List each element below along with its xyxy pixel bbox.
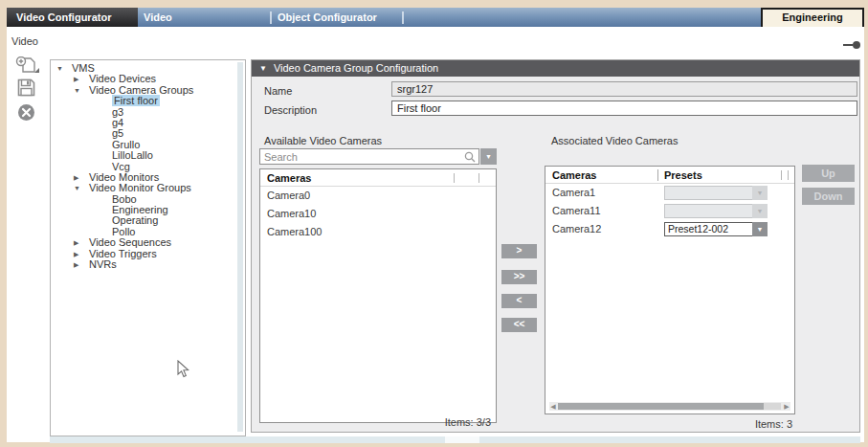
horizontal-scrollbar[interactable]: ◀ ▶ <box>549 402 790 411</box>
chevron-down-icon[interactable]: ▼ <box>56 63 72 74</box>
breadcrumb: Video <box>11 35 38 47</box>
list-item[interactable]: Camera10 <box>260 205 496 223</box>
available-list-header[interactable]: Cameras <box>260 169 496 187</box>
chevron-down-icon: ▼ <box>752 204 768 218</box>
new-item-icon[interactable] <box>15 56 40 76</box>
preset-dropdown-disabled: ▼ <box>664 204 768 218</box>
top-tab-bar: Video Configurator Video Object Configur… <box>7 8 864 28</box>
available-cameras-label: Available Video Cameras <box>264 135 382 146</box>
mouse-cursor <box>177 360 189 378</box>
tree-item-video-triggers[interactable]: ▶Video Triggers <box>51 249 245 259</box>
associated-cameras-list: Cameras Presets Camera1 ▼ Camera11 ▼ Cam… <box>545 166 795 414</box>
tree-item-first-floor[interactable]: First floor <box>51 96 245 106</box>
search-input[interactable] <box>260 149 459 164</box>
panel-header[interactable]: ▼Video Camera Group Configuration <box>252 60 859 77</box>
tab-separator <box>270 11 272 24</box>
column-tick <box>788 170 789 180</box>
panel-title: Video Camera Group Configuration <box>274 62 438 74</box>
chevron-right-icon[interactable]: ▶ <box>74 237 89 248</box>
name-field[interactable] <box>391 81 857 97</box>
chevron-right-icon[interactable]: ▶ <box>74 259 89 270</box>
chevron-down-icon: ▼ <box>752 186 768 200</box>
remove-all-button[interactable]: << <box>501 318 537 332</box>
associated-cameras-label: Associated Video Cameras <box>551 135 678 146</box>
config-panel: ▼Video Camera Group Configuration Name D… <box>251 59 860 433</box>
search-icon <box>464 151 476 163</box>
scroll-left-arrow-icon[interactable]: ◀ <box>549 402 557 411</box>
table-row[interactable]: Camera1 ▼ <box>545 184 794 202</box>
description-field[interactable] <box>391 101 857 116</box>
tree-scrollbar[interactable] <box>237 62 243 432</box>
associated-list-header[interactable]: Cameras Presets <box>545 167 794 184</box>
associated-items-count: Items: 3 <box>545 418 795 430</box>
tab-video[interactable]: Video <box>144 8 172 28</box>
chevron-down-icon[interactable]: ▼ <box>74 183 89 193</box>
column-tick <box>454 173 455 183</box>
list-item[interactable]: Camera100 <box>260 223 496 241</box>
search-box <box>259 148 479 165</box>
column-separator <box>657 169 658 181</box>
chevron-right-icon[interactable]: ▶ <box>74 249 89 259</box>
tab-object-configurator[interactable]: Object Configurator <box>278 8 377 28</box>
tree-item-operating[interactable]: Operating <box>51 215 245 226</box>
navigation-tree: ▼VMS ▶Video Devices ▼Video Camera Groups… <box>50 59 246 436</box>
add-button[interactable]: > <box>501 244 537 258</box>
tree-item-g3[interactable]: g3 <box>51 107 245 118</box>
available-cameras-list: Cameras Camera0 Camera10 Camera100 <box>259 168 497 423</box>
tree-item-g5[interactable]: g5 <box>51 128 245 139</box>
search-filter-dropdown[interactable]: ▼ <box>480 148 497 165</box>
tree-item-nvrs[interactable]: ▶NVRs <box>51 259 245 270</box>
tab-engineering[interactable]: Engineering <box>761 8 864 28</box>
application-window: Video Configurator Video Object Configur… <box>0 0 868 447</box>
chevron-down-icon: ▼ <box>485 153 492 160</box>
down-button[interactable]: Down <box>802 188 855 205</box>
tree-item-video-monitor-groups[interactable]: ▼Video Monitor Groups <box>51 183 245 193</box>
column-tick <box>479 173 479 183</box>
list-item[interactable]: Camera0 <box>260 187 496 205</box>
window-horizontal-scrollbar[interactable] <box>50 436 860 443</box>
tab-separator <box>402 11 404 24</box>
save-icon[interactable] <box>17 78 35 99</box>
tree-item-lillolallo[interactable]: LilloLallo <box>51 150 245 161</box>
scrollbar-thumb[interactable] <box>558 403 764 410</box>
remove-button[interactable]: < <box>501 294 537 308</box>
pin-icon[interactable] <box>843 41 860 49</box>
up-button[interactable]: Up <box>802 165 855 182</box>
table-row[interactable]: Camera12 Preset12-002 ▼ <box>545 220 794 238</box>
delete-icon[interactable] <box>17 103 35 123</box>
chevron-down-icon: ▼ <box>752 222 768 236</box>
chevron-down-icon[interactable]: ▼ <box>74 85 89 96</box>
description-label: Description <box>264 104 317 116</box>
collapse-triangle-icon[interactable]: ▼ <box>259 64 267 73</box>
tree-item-g4[interactable]: g4 <box>51 118 245 128</box>
chevron-right-icon[interactable]: ▶ <box>74 172 89 183</box>
scrollbar-thumb[interactable] <box>445 436 479 443</box>
add-all-button[interactable]: >> <box>501 270 537 284</box>
preset-dropdown-disabled: ▼ <box>664 186 768 200</box>
tab-video-configurator[interactable]: Video Configurator <box>7 8 138 28</box>
name-label: Name <box>264 85 292 97</box>
table-row[interactable]: Camera11 ▼ <box>545 202 794 220</box>
column-tick <box>781 170 782 180</box>
preset-dropdown[interactable]: Preset12-002 ▼ <box>664 222 768 236</box>
chevron-right-icon[interactable]: ▶ <box>74 74 89 84</box>
scroll-right-arrow-icon[interactable]: ▶ <box>783 402 790 411</box>
available-items-count: Items: 3/3 <box>259 416 497 428</box>
